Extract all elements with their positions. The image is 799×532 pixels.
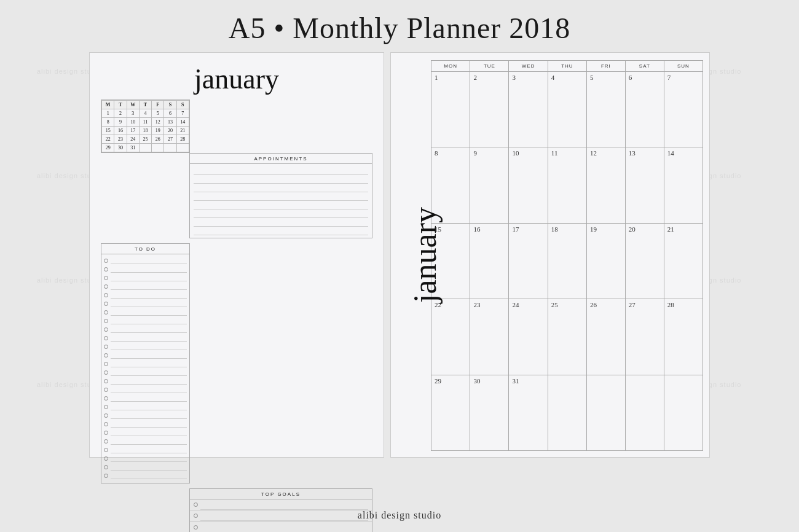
todo-item — [104, 265, 187, 273]
goal-item — [190, 499, 372, 510]
todo-item — [104, 369, 187, 377]
left-planner-page: january M T W T F S S — [89, 52, 384, 458]
cal-cell: 2 — [470, 72, 509, 147]
goal-item — [190, 510, 372, 522]
appointment-line — [194, 192, 368, 201]
cal-cell: 13 — [625, 147, 664, 223]
appointments-title: APPOINTMENTS — [190, 154, 372, 164]
cal-cell — [548, 375, 586, 450]
cal-header-s: S — [164, 101, 176, 109]
big-calendar: MON TUE WED THU FRI SAT SUN 1 2 3 4 — [431, 60, 703, 451]
cal-cell: 1 — [431, 72, 470, 147]
cal-cell: 24 — [509, 299, 548, 375]
todo-item — [104, 334, 187, 342]
todo-item — [104, 343, 187, 351]
todo-item — [104, 377, 187, 385]
todo-item — [104, 472, 187, 480]
todo-item — [104, 360, 187, 368]
cal-cell: 9 — [470, 147, 509, 223]
top-goals-title: TOP GOALS — [190, 489, 372, 499]
cal-cell: 20 — [625, 223, 664, 299]
cal-cell: 7 — [664, 72, 703, 147]
appointment-line — [194, 227, 368, 235]
todo-item — [104, 386, 187, 394]
todo-item — [104, 403, 187, 411]
cal-cell: 10 — [509, 147, 548, 223]
todo-item — [104, 412, 187, 420]
goal-item — [190, 522, 372, 532]
cal-header-s2: S — [176, 101, 189, 109]
todo-title: TO DO — [101, 244, 189, 254]
month-title-left: january — [101, 65, 372, 93]
todo-item — [104, 429, 187, 437]
todo-item — [104, 455, 187, 463]
todo-item — [104, 326, 187, 334]
cal-cell: 27 — [625, 299, 664, 375]
cal-cell: 6 — [625, 72, 664, 147]
cal-cell: 21 — [664, 223, 703, 299]
todo-item — [104, 274, 187, 282]
cal-cell: 25 — [548, 299, 586, 375]
cal-header-t: T — [114, 101, 127, 109]
cal-header-m: M — [102, 101, 114, 109]
cal-day-sat: SAT — [625, 61, 664, 72]
appointment-line — [194, 201, 368, 209]
top-goals-box: TOP GOALS — [189, 488, 372, 532]
todo-item — [104, 463, 187, 471]
cal-day-thu: THU — [548, 61, 586, 72]
cal-cell: 16 — [470, 223, 509, 299]
cal-cell: 28 — [664, 299, 703, 375]
cal-cell: 4 — [548, 72, 586, 147]
todo-item — [104, 351, 187, 359]
todo-item — [104, 420, 187, 428]
cal-cell: 30 — [470, 375, 509, 450]
cal-cell — [625, 375, 664, 450]
cal-cell: 29 — [431, 375, 470, 450]
appointment-line — [194, 175, 368, 184]
cal-cell: 31 — [509, 375, 548, 450]
todo-item — [104, 317, 187, 325]
todo-item — [104, 308, 187, 316]
todo-item — [104, 257, 187, 265]
todo-item — [104, 446, 187, 454]
todo-item — [104, 394, 187, 402]
cal-cell: 12 — [586, 147, 625, 223]
appointment-line — [194, 218, 368, 227]
cal-cell: 8 — [431, 147, 470, 223]
cal-cell: 19 — [586, 223, 625, 299]
cal-cell: 22 — [431, 299, 470, 375]
right-planner-page: january MON TUE WED THU FRI SAT SUN — [390, 52, 710, 458]
cal-day-fri: FRI — [586, 61, 625, 72]
cal-cell: 26 — [586, 299, 625, 375]
cal-header-t2: T — [139, 101, 151, 109]
todo-item — [104, 291, 187, 299]
appointments-box: APPOINTMENTS — [189, 153, 372, 238]
cal-cell — [586, 375, 625, 450]
cal-cell: 23 — [470, 299, 509, 375]
cal-day-wed: WED — [509, 61, 548, 72]
appointment-line — [194, 184, 368, 192]
todo-item — [104, 437, 187, 445]
cal-cell: 5 — [586, 72, 625, 147]
cal-day-tue: TUE — [470, 61, 509, 72]
todo-item — [104, 300, 187, 308]
mini-calendar: M T W T F S S 1234567 891011121314 15161… — [101, 100, 190, 153]
appointment-line — [194, 209, 368, 218]
appointment-line — [194, 166, 368, 175]
cal-cell: 18 — [548, 223, 586, 299]
cal-cell: 14 — [664, 147, 703, 223]
cal-cell: 17 — [509, 223, 548, 299]
cal-header-w: W — [127, 101, 139, 109]
todo-box: TO DO — [101, 243, 190, 483]
cal-cell — [664, 375, 703, 450]
cal-day-mon: MON — [431, 61, 470, 72]
cal-cell: 3 — [509, 72, 548, 147]
page-title: A5 • Monthly Planner 2018 — [0, 0, 799, 45]
cal-cell: 15 — [431, 223, 470, 299]
cal-cell: 11 — [548, 147, 586, 223]
cal-day-sun: SUN — [664, 61, 703, 72]
todo-item — [104, 283, 187, 291]
cal-header-f: F — [152, 101, 164, 109]
